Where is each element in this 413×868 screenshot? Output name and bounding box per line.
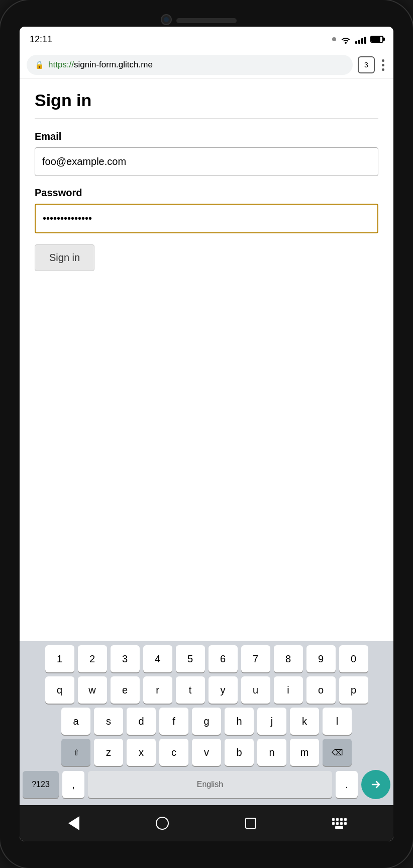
keyboard-row-bottom: ?123 , English .: [20, 770, 393, 799]
key-d[interactable]: d: [127, 708, 156, 735]
status-icons: [331, 35, 383, 44]
main-content: Sign in Email Password Sign in: [20, 78, 393, 641]
key-f[interactable]: f: [159, 708, 188, 735]
key-e[interactable]: e: [111, 676, 140, 704]
symbols-key[interactable]: ?123: [23, 771, 59, 798]
key-t[interactable]: t: [176, 676, 205, 704]
notification-icon: [332, 37, 336, 41]
url-text: https://signin-form.glitch.me: [48, 60, 153, 70]
key-q[interactable]: q: [45, 676, 74, 704]
keyboard-row-zxcv: ⇧ z x c v b n m ⌫: [20, 739, 393, 766]
key-m[interactable]: m: [290, 739, 319, 766]
status-bar: 12:11: [20, 27, 393, 52]
key-a[interactable]: a: [61, 708, 90, 735]
url-domain: signin-form.glitch.me: [74, 60, 153, 69]
key-1[interactable]: 1: [45, 645, 74, 672]
key-p[interactable]: p: [339, 676, 368, 704]
sign-in-button[interactable]: Sign in: [35, 244, 94, 271]
key-s[interactable]: s: [94, 708, 123, 735]
signal-icon: [355, 35, 366, 44]
keyboard-row-numbers: 1 2 3 4 5 6 7 8 9 0: [20, 645, 393, 672]
home-button[interactable]: [152, 813, 172, 833]
key-7[interactable]: 7: [241, 645, 270, 672]
key-k[interactable]: k: [290, 708, 319, 735]
page-title: Sign in: [35, 91, 378, 110]
key-4[interactable]: 4: [143, 645, 172, 672]
key-n[interactable]: n: [257, 739, 286, 766]
key-o[interactable]: o: [306, 676, 336, 704]
period-key[interactable]: .: [336, 771, 358, 798]
comma-key[interactable]: ,: [62, 771, 84, 798]
phone-screen: 12:11: [20, 27, 393, 841]
password-label: Password: [35, 187, 378, 199]
key-c[interactable]: c: [159, 739, 188, 766]
home-icon: [156, 817, 169, 830]
key-h[interactable]: h: [225, 708, 254, 735]
url-bar[interactable]: 🔒 https://signin-form.glitch.me: [27, 55, 353, 75]
shift-key[interactable]: ⇧: [61, 739, 90, 766]
key-3[interactable]: 3: [111, 645, 140, 672]
key-5[interactable]: 5: [176, 645, 205, 672]
lock-icon: 🔒: [35, 60, 44, 69]
battery-icon: [370, 36, 383, 43]
menu-button[interactable]: [380, 57, 386, 73]
tab-count[interactable]: 3: [358, 56, 375, 73]
address-bar[interactable]: 🔒 https://signin-form.glitch.me 3: [20, 52, 393, 78]
key-6[interactable]: 6: [209, 645, 238, 672]
enter-key[interactable]: [361, 770, 390, 799]
key-r[interactable]: r: [143, 676, 172, 704]
recents-icon: [245, 818, 256, 829]
keyboard-icon: [332, 818, 347, 829]
key-x[interactable]: x: [127, 739, 156, 766]
recents-button[interactable]: [241, 813, 261, 833]
back-icon: [68, 816, 79, 830]
wifi-icon: [340, 35, 351, 44]
spacebar-key[interactable]: English: [88, 771, 332, 798]
key-2[interactable]: 2: [78, 645, 107, 672]
enter-arrow-icon: [370, 780, 382, 789]
key-0[interactable]: 0: [339, 645, 368, 672]
key-w[interactable]: w: [78, 676, 107, 704]
key-v[interactable]: v: [192, 739, 221, 766]
title-divider: [35, 118, 378, 119]
phone-device: 12:11: [0, 0, 413, 868]
bottom-nav: [20, 805, 393, 841]
status-time: 12:11: [30, 34, 52, 45]
password-field[interactable]: [35, 204, 378, 233]
keyboard-row-asdf: a s d f g h j k l: [20, 708, 393, 735]
keyboard: 1 2 3 4 5 6 7 8 9 0 q w e r t y u i: [20, 641, 393, 805]
backspace-key[interactable]: ⌫: [323, 739, 352, 766]
phone-speaker: [176, 18, 237, 23]
keyboard-row-qwerty: q w e r t y u i o p: [20, 676, 393, 704]
key-9[interactable]: 9: [306, 645, 336, 672]
key-i[interactable]: i: [274, 676, 303, 704]
key-b[interactable]: b: [225, 739, 254, 766]
email-label: Email: [35, 131, 378, 142]
key-y[interactable]: y: [209, 676, 238, 704]
key-u[interactable]: u: [241, 676, 270, 704]
email-field[interactable]: [35, 147, 378, 176]
key-l[interactable]: l: [323, 708, 352, 735]
key-j[interactable]: j: [257, 708, 286, 735]
phone-camera: [161, 14, 172, 25]
back-button[interactable]: [64, 813, 84, 833]
key-g[interactable]: g: [192, 708, 221, 735]
key-z[interactable]: z: [94, 739, 123, 766]
url-https: https://: [48, 60, 74, 69]
key-8[interactable]: 8: [274, 645, 303, 672]
keyboard-button[interactable]: [329, 813, 349, 833]
